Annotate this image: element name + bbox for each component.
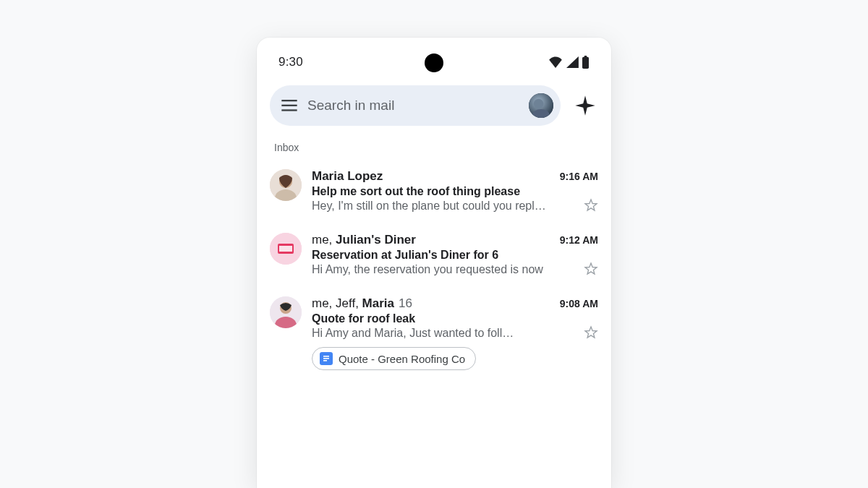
sender-avatar <box>270 296 302 328</box>
search-bar[interactable]: Search in mail <box>270 85 561 126</box>
svg-rect-0 <box>582 57 589 69</box>
status-icons <box>548 56 590 69</box>
email-snippet: Hey, I'm still on the plane but could yo… <box>312 200 576 213</box>
email-item[interactable]: me, Jeff, Maria16 9:08 AM Quote for roof… <box>270 286 598 380</box>
email-content: Maria Lopez 9:16 AM Help me sort out the… <box>312 169 598 213</box>
status-bar: 9:30 <box>270 51 598 85</box>
svg-rect-1 <box>584 56 587 58</box>
email-item[interactable]: Maria Lopez 9:16 AM Help me sort out the… <box>270 159 598 223</box>
phone-frame: 9:30 Search in mail <box>257 38 611 488</box>
svg-rect-3 <box>281 105 297 106</box>
account-avatar[interactable] <box>529 93 553 118</box>
camera-punchhole <box>425 53 443 72</box>
attachment-label: Quote - Green Roofing Co <box>339 353 465 365</box>
search-row: Search in mail <box>270 85 598 126</box>
email-subject: Help me sort out the roof thing please <box>312 185 598 198</box>
star-icon[interactable] <box>584 262 598 276</box>
sender-avatar <box>270 233 302 265</box>
email-content: me, Julian's Diner 9:12 AM Reservation a… <box>312 233 598 276</box>
email-content: me, Jeff, Maria16 9:08 AM Quote for roof… <box>312 296 598 370</box>
svg-rect-13 <box>279 246 292 252</box>
email-subject: Quote for roof leak <box>312 312 598 325</box>
inbox-label: Inbox <box>274 142 594 153</box>
star-icon[interactable] <box>584 325 598 340</box>
svg-rect-2 <box>281 100 297 101</box>
sender-avatar <box>270 169 302 201</box>
email-time: 9:08 AM <box>560 298 598 309</box>
email-senders: me, Julian's Diner <box>312 233 416 247</box>
email-time: 9:12 AM <box>560 234 598 246</box>
email-snippet: Hi Amy, the reservation you requested is… <box>312 263 576 276</box>
menu-icon[interactable] <box>281 100 297 111</box>
wifi-icon <box>548 56 563 68</box>
sparkle-icon[interactable] <box>572 95 598 116</box>
status-clock: 9:30 <box>278 55 303 69</box>
email-senders: me, Jeff, Maria16 <box>312 296 412 311</box>
cellular-icon <box>566 56 579 68</box>
svg-rect-19 <box>323 360 327 361</box>
svg-rect-4 <box>281 109 297 111</box>
search-placeholder: Search in mail <box>307 98 529 114</box>
email-senders: Maria Lopez <box>312 169 383 184</box>
svg-point-6 <box>534 99 544 109</box>
svg-rect-18 <box>323 358 329 359</box>
svg-rect-17 <box>323 356 329 357</box>
email-subject: Reservation at Julian's Diner for 6 <box>312 249 598 262</box>
battery-icon <box>582 56 590 69</box>
email-snippet: Hi Amy and Maria, Just wanted to foll… <box>312 327 576 340</box>
email-item[interactable]: me, Julian's Diner 9:12 AM Reservation a… <box>270 223 598 286</box>
doc-icon <box>320 352 333 365</box>
star-icon[interactable] <box>584 198 598 213</box>
attachment-chip[interactable]: Quote - Green Roofing Co <box>312 347 476 370</box>
email-time: 9:16 AM <box>560 171 598 182</box>
